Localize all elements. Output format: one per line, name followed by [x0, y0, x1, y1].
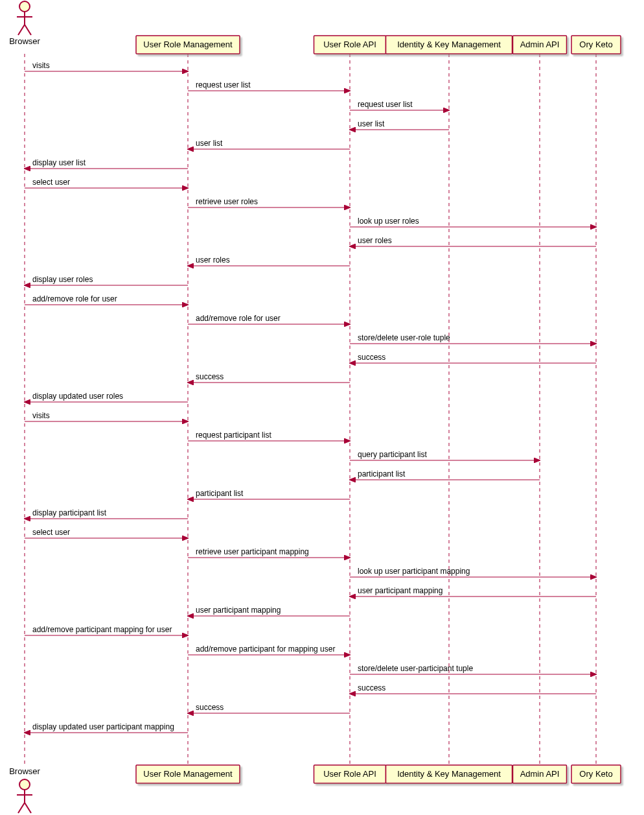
message-label: success: [196, 372, 224, 381]
participant-label-urm: User Role Management: [143, 769, 233, 779]
message-label: request participant list: [196, 431, 271, 440]
message-label: user participant mapping: [358, 586, 443, 595]
participant-label-urm: User Role Management: [143, 40, 233, 49]
message-label: user list: [196, 139, 223, 148]
actor-label-browser: Browser: [9, 36, 40, 46]
actor-leg-icon: [18, 25, 25, 35]
actor-head-icon: [19, 1, 30, 12]
message-label: request user list: [358, 100, 413, 109]
participant-label-ikm: Identity & Key Management: [397, 40, 501, 49]
message-label: look up user participant mapping: [358, 567, 470, 576]
actor-leg-icon: [25, 25, 31, 35]
message-label: user list: [358, 119, 385, 128]
message-label: participant list: [196, 489, 244, 498]
message-label: add/remove participant mapping for user: [32, 625, 172, 634]
message-label: request user list: [196, 80, 251, 89]
message-label: user participant mapping: [196, 606, 281, 615]
participant-label-keto: Ory Keto: [579, 40, 612, 49]
message-label: store/delete user-participant tuple: [358, 664, 473, 673]
message-label: look up user roles: [358, 217, 419, 226]
message-label: user roles: [358, 236, 392, 245]
actor-leg-icon: [18, 803, 25, 813]
message-label: visits: [32, 61, 50, 70]
participant-label-ura: User Role API: [323, 769, 376, 779]
message-label: success: [358, 683, 385, 692]
message-label: retrieve user participant mapping: [196, 547, 309, 556]
message-label: add/remove participant for mapping user: [196, 644, 335, 654]
actor-leg-icon: [25, 803, 31, 813]
message-label: select user: [32, 528, 70, 537]
message-label: success: [196, 703, 224, 712]
message-label: user roles: [196, 255, 230, 265]
message-label: display user roles: [32, 275, 93, 284]
sequence-diagram: BrowserUser Role ManagementUser Role API…: [0, 0, 644, 815]
message-label: display user list: [32, 158, 86, 167]
participant-label-admin: Admin API: [520, 769, 560, 779]
message-label: success: [358, 353, 385, 362]
actor-head-icon: [19, 779, 30, 790]
message-label: display updated user roles: [32, 392, 123, 401]
participant-label-ikm: Identity & Key Management: [397, 769, 501, 779]
message-label: query participant list: [358, 450, 427, 459]
message-label: select user: [32, 178, 70, 187]
participant-label-admin: Admin API: [520, 40, 560, 49]
message-label: retrieve user roles: [196, 197, 258, 206]
message-label: add/remove role for user: [196, 314, 281, 323]
participant-label-keto: Ory Keto: [579, 769, 612, 779]
participant-label-ura: User Role API: [323, 40, 376, 49]
message-label: add/remove role for user: [32, 294, 117, 303]
message-label: display updated user participant mapping: [32, 722, 174, 731]
message-label: display participant list: [32, 508, 107, 517]
actor-label-browser-bottom: Browser: [9, 766, 40, 776]
message-label: visits: [32, 411, 50, 420]
message-label: participant list: [358, 469, 406, 478]
message-label: store/delete user-role tuple: [358, 333, 450, 342]
